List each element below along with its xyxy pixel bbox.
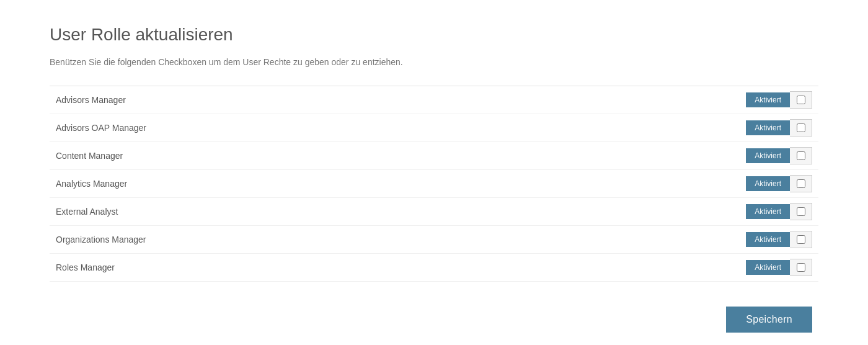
table-row: Content ManagerAktiviert: [50, 142, 818, 170]
role-control-external-analyst: Aktiviert: [746, 203, 812, 220]
roles-list: Advisors ManagerAktiviertAdvisors OAP Ma…: [50, 86, 818, 282]
role-checkbox-advisors-manager[interactable]: [797, 96, 805, 104]
checkbox-area-advisors-manager: [790, 91, 812, 109]
role-checkbox-roles-manager[interactable]: [797, 263, 805, 272]
role-name-advisors-manager: Advisors Manager: [56, 95, 126, 105]
checkbox-area-analytics-manager: [790, 175, 812, 192]
role-control-advisors-oap-manager: Aktiviert: [746, 119, 812, 137]
role-control-organizations-manager: Aktiviert: [746, 231, 812, 248]
aktiviert-badge-advisors-oap-manager: Aktiviert: [746, 120, 790, 135]
checkbox-area-external-analyst: [790, 203, 812, 220]
aktiviert-badge-advisors-manager: Aktiviert: [746, 92, 790, 107]
role-name-external-analyst: External Analyst: [56, 207, 118, 217]
role-checkbox-content-manager[interactable]: [797, 151, 805, 160]
table-row: External AnalystAktiviert: [50, 198, 818, 226]
role-name-advisors-oap-manager: Advisors OAP Manager: [56, 123, 146, 133]
table-row: Organizations ManagerAktiviert: [50, 226, 818, 254]
footer-area: Speichern: [50, 307, 818, 333]
role-name-organizations-manager: Organizations Manager: [56, 235, 146, 244]
role-name-roles-manager: Roles Manager: [56, 262, 115, 272]
role-control-advisors-manager: Aktiviert: [746, 91, 812, 109]
aktiviert-badge-content-manager: Aktiviert: [746, 148, 790, 163]
role-checkbox-analytics-manager[interactable]: [797, 179, 805, 188]
role-control-content-manager: Aktiviert: [746, 147, 812, 164]
page-container: User Rolle aktualisieren Benützen Sie di…: [0, 0, 868, 345]
role-checkbox-organizations-manager[interactable]: [797, 235, 805, 244]
checkbox-area-organizations-manager: [790, 231, 812, 248]
aktiviert-badge-external-analyst: Aktiviert: [746, 204, 790, 219]
role-checkbox-advisors-oap-manager[interactable]: [797, 123, 805, 132]
page-title: User Rolle aktualisieren: [50, 25, 818, 45]
aktiviert-badge-analytics-manager: Aktiviert: [746, 176, 790, 191]
page-description: Benützen Sie die folgenden Checkboxen um…: [50, 57, 818, 67]
aktiviert-badge-roles-manager: Aktiviert: [746, 260, 790, 275]
checkbox-area-advisors-oap-manager: [790, 119, 812, 137]
aktiviert-badge-organizations-manager: Aktiviert: [746, 232, 790, 247]
role-name-analytics-manager: Analytics Manager: [56, 179, 127, 189]
role-checkbox-external-analyst[interactable]: [797, 207, 805, 216]
table-row: Advisors OAP ManagerAktiviert: [50, 114, 818, 142]
role-control-analytics-manager: Aktiviert: [746, 175, 812, 192]
save-button[interactable]: Speichern: [726, 307, 812, 333]
checkbox-area-roles-manager: [790, 259, 812, 276]
checkbox-area-content-manager: [790, 147, 812, 164]
table-row: Analytics ManagerAktiviert: [50, 170, 818, 198]
role-control-roles-manager: Aktiviert: [746, 259, 812, 276]
role-name-content-manager: Content Manager: [56, 151, 123, 161]
table-row: Roles ManagerAktiviert: [50, 254, 818, 282]
table-row: Advisors ManagerAktiviert: [50, 86, 818, 114]
